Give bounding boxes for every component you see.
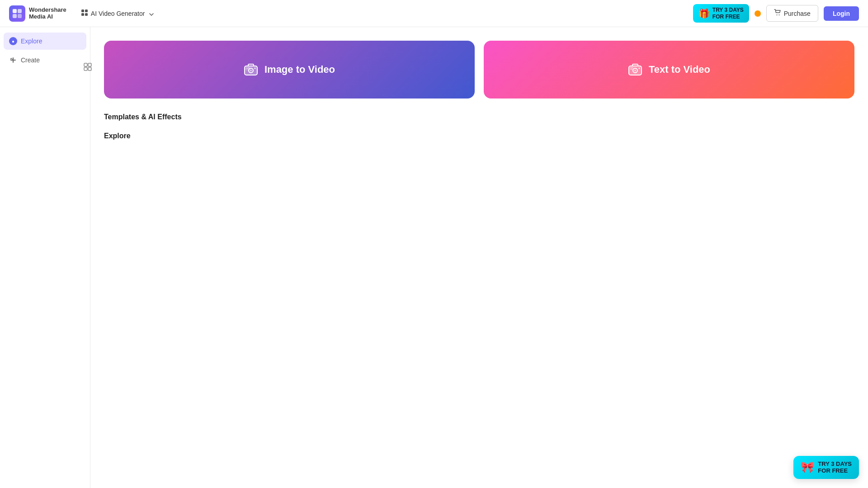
nav-label: AI Video Generator — [91, 10, 145, 17]
svg-rect-11 — [88, 63, 91, 66]
notification-dot[interactable] — [755, 10, 761, 17]
explore-section: Explore — [104, 132, 854, 140]
svg-rect-4 — [81, 9, 84, 12]
svg-point-9 — [778, 14, 779, 15]
svg-point-23 — [634, 70, 636, 71]
explore-icon: ● — [9, 37, 17, 45]
svg-rect-13 — [88, 67, 91, 70]
grid-icon — [81, 9, 88, 18]
logo-text-top: Wondershare — [29, 7, 66, 13]
corner-promo-text: TRY 3 DAYS FOR FREE — [818, 460, 852, 474]
svg-rect-10 — [84, 63, 87, 66]
login-button[interactable]: Login — [824, 6, 859, 21]
text-to-video-card[interactable]: Text to Video — [484, 41, 854, 99]
header-right: 🎁 TRY 3 DAYS FOR FREE Purchase Login — [693, 4, 859, 23]
logo[interactable]: Wondershare Media AI — [9, 5, 66, 22]
text-to-video-icon — [628, 62, 642, 77]
image-to-video-card[interactable]: Image to Video — [104, 41, 475, 99]
sidebar-label-explore: Explore — [21, 38, 42, 45]
video-cards-row: Image to Video — [104, 41, 854, 99]
try-banner[interactable]: 🎁 TRY 3 DAYS FOR FREE — [693, 4, 749, 23]
svg-rect-3 — [18, 14, 22, 18]
content-area: Image to Video — [90, 27, 868, 488]
main-layout: ● Explore Create — [0, 27, 868, 488]
purchase-label: Purchase — [784, 10, 811, 17]
svg-rect-6 — [81, 13, 84, 16]
templates-section: Templates & AI Effects — [104, 113, 854, 121]
corner-promo-banner[interactable]: 🎀 TRY 3 DAYS FOR FREE — [793, 456, 859, 479]
gift-icon: 🎁 — [698, 8, 710, 19]
sidebar-item-explore[interactable]: ● Explore — [4, 33, 86, 50]
purchase-button[interactable]: Purchase — [766, 5, 818, 22]
svg-point-18 — [254, 68, 255, 69]
templates-heading: Templates & AI Effects — [104, 113, 854, 121]
svg-rect-1 — [18, 9, 22, 13]
sidebar-toggle-icon[interactable] — [80, 60, 95, 74]
svg-rect-0 — [13, 9, 17, 13]
nav-ai-video-generator[interactable]: AI Video Generator — [75, 6, 160, 21]
sidebar: ● Explore Create — [0, 27, 90, 488]
image-to-video-label: Image to Video — [264, 64, 335, 75]
svg-point-8 — [776, 14, 777, 15]
sidebar-item-create[interactable]: Create — [4, 52, 86, 69]
corner-promo-ribbon-icon: 🎀 — [801, 461, 814, 474]
logo-icon — [9, 5, 25, 22]
create-icon — [9, 56, 17, 64]
svg-point-17 — [250, 70, 252, 71]
logo-text-bottom: Media AI — [29, 14, 66, 20]
svg-rect-5 — [85, 9, 88, 12]
svg-rect-12 — [84, 67, 87, 70]
cart-icon — [774, 9, 781, 18]
svg-rect-2 — [13, 14, 17, 18]
chevron-down-icon — [149, 10, 154, 17]
sidebar-label-create: Create — [21, 56, 40, 64]
svg-rect-7 — [85, 13, 88, 16]
explore-heading: Explore — [104, 132, 854, 140]
logo-text: Wondershare Media AI — [29, 7, 66, 20]
header-left: Wondershare Media AI AI Video Generator — [9, 5, 159, 22]
svg-point-24 — [638, 68, 640, 69]
text-to-video-label: Text to Video — [649, 64, 710, 75]
try-banner-text: TRY 3 DAYS FOR FREE — [712, 7, 744, 20]
image-to-video-icon — [244, 62, 258, 77]
header: Wondershare Media AI AI Video Generator — [0, 0, 868, 27]
